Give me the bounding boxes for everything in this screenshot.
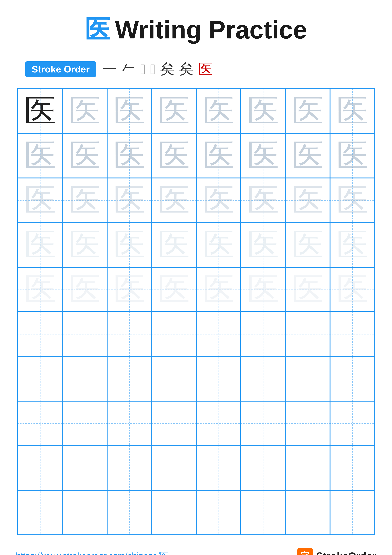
- grid-cell[interactable]: [285, 312, 330, 357]
- practice-char: 医: [69, 229, 100, 261]
- grid-cell[interactable]: 医: [107, 178, 152, 223]
- grid-cell[interactable]: 医: [330, 223, 375, 267]
- grid-cell[interactable]: [63, 401, 107, 446]
- grid-cell[interactable]: 医: [152, 267, 196, 312]
- grid-cell[interactable]: 医: [63, 133, 107, 178]
- grid-cell[interactable]: 医: [241, 267, 285, 312]
- grid-cell[interactable]: 医: [241, 133, 285, 178]
- grid-cell[interactable]: 医: [107, 267, 152, 312]
- grid-cell[interactable]: 医: [18, 267, 63, 312]
- grid-cell[interactable]: 医: [18, 223, 63, 267]
- grid-cell[interactable]: [196, 312, 241, 357]
- grid-cell[interactable]: [18, 357, 63, 401]
- footer-url[interactable]: https://www.strokeorder.com/chinese/医: [16, 550, 169, 555]
- grid-cell[interactable]: [107, 357, 152, 401]
- practice-grid: 医 医 医 医 医 医 医 医 医 医 医: [17, 88, 375, 535]
- practice-char: 医: [292, 274, 324, 305]
- grid-cell[interactable]: 医: [196, 223, 241, 267]
- grid-cell[interactable]: 医: [196, 89, 241, 133]
- grid-cell[interactable]: 医: [152, 133, 196, 178]
- grid-cell[interactable]: [330, 357, 375, 401]
- practice-char: 医: [69, 140, 100, 171]
- grid-cell[interactable]: 医: [107, 133, 152, 178]
- stroke-sequence: 一 𠂉 𠃌 𠄠 矣 矣 医: [102, 59, 212, 79]
- grid-cell[interactable]: [241, 312, 285, 357]
- grid-cell[interactable]: [18, 490, 63, 535]
- grid-cell[interactable]: 医: [18, 89, 63, 133]
- grid-cell[interactable]: 医: [63, 267, 107, 312]
- practice-char: 医: [24, 184, 56, 216]
- grid-cell[interactable]: [107, 401, 152, 446]
- stroke-5: 矣: [160, 59, 174, 79]
- grid-cell[interactable]: [285, 357, 330, 401]
- grid-cell[interactable]: [241, 446, 285, 490]
- grid-cell[interactable]: 医: [241, 223, 285, 267]
- grid-cell[interactable]: 医: [18, 178, 63, 223]
- practice-char: 医: [24, 140, 56, 171]
- grid-cell[interactable]: 医: [285, 178, 330, 223]
- grid-cell[interactable]: [107, 490, 152, 535]
- grid-cell[interactable]: 医: [241, 178, 285, 223]
- grid-cell[interactable]: 医: [152, 178, 196, 223]
- grid-cell[interactable]: 医: [63, 223, 107, 267]
- practice-char: 医: [158, 140, 190, 171]
- grid-cell[interactable]: [330, 490, 375, 535]
- grid-cell[interactable]: [63, 357, 107, 401]
- grid-cell[interactable]: [18, 401, 63, 446]
- grid-cell[interactable]: 医: [196, 133, 241, 178]
- grid-cell[interactable]: [152, 312, 196, 357]
- practice-char: 医: [247, 184, 279, 216]
- grid-cell[interactable]: 医: [196, 178, 241, 223]
- grid-cell[interactable]: [152, 357, 196, 401]
- grid-cell[interactable]: [107, 446, 152, 490]
- grid-cell[interactable]: [241, 401, 285, 446]
- grid-cell[interactable]: [107, 312, 152, 357]
- grid-cell[interactable]: [241, 357, 285, 401]
- grid-cell[interactable]: [196, 401, 241, 446]
- grid-cell[interactable]: [196, 490, 241, 535]
- grid-cell[interactable]: [63, 312, 107, 357]
- stroke-4: 𠄠: [150, 61, 156, 77]
- practice-char: 医: [336, 140, 368, 171]
- title-text: Writing Practice: [115, 15, 307, 44]
- grid-cell[interactable]: 医: [330, 267, 375, 312]
- grid-cell[interactable]: 医: [152, 223, 196, 267]
- grid-cell[interactable]: [330, 312, 375, 357]
- grid-cell[interactable]: 医: [285, 267, 330, 312]
- grid-cell[interactable]: [330, 446, 375, 490]
- grid-cell[interactable]: [285, 490, 330, 535]
- grid-cell[interactable]: 医: [196, 267, 241, 312]
- grid-cell[interactable]: 医: [152, 89, 196, 133]
- grid-cell[interactable]: [18, 446, 63, 490]
- grid-cell[interactable]: [196, 357, 241, 401]
- grid-cell[interactable]: [241, 490, 285, 535]
- grid-cell[interactable]: 医: [18, 133, 63, 178]
- grid-cell[interactable]: 医: [285, 133, 330, 178]
- grid-cell[interactable]: 医: [285, 89, 330, 133]
- grid-cell[interactable]: [63, 446, 107, 490]
- grid-cell[interactable]: [18, 312, 63, 357]
- grid-cell[interactable]: 医: [285, 223, 330, 267]
- grid-cell[interactable]: [152, 490, 196, 535]
- practice-char: 医: [336, 95, 368, 127]
- grid-cell[interactable]: [196, 446, 241, 490]
- practice-char: 医: [158, 184, 190, 216]
- grid-cell[interactable]: 医: [107, 223, 152, 267]
- grid-cell[interactable]: [330, 401, 375, 446]
- grid-cell[interactable]: [152, 401, 196, 446]
- brand-name: StrokeOrder: [316, 550, 376, 555]
- grid-cell[interactable]: [285, 401, 330, 446]
- grid-cell[interactable]: [63, 490, 107, 535]
- practice-char: 医: [292, 140, 324, 171]
- grid-cell[interactable]: 医: [330, 89, 375, 133]
- grid-cell[interactable]: 医: [63, 178, 107, 223]
- grid-cell[interactable]: [152, 446, 196, 490]
- practice-char: 医: [114, 229, 145, 261]
- grid-cell[interactable]: 医: [107, 89, 152, 133]
- grid-cell[interactable]: 医: [330, 133, 375, 178]
- grid-cell[interactable]: 医: [241, 89, 285, 133]
- grid-cell[interactable]: [285, 446, 330, 490]
- grid-cell[interactable]: 医: [330, 178, 375, 223]
- practice-char: 医: [69, 184, 100, 216]
- grid-cell[interactable]: 医: [63, 89, 107, 133]
